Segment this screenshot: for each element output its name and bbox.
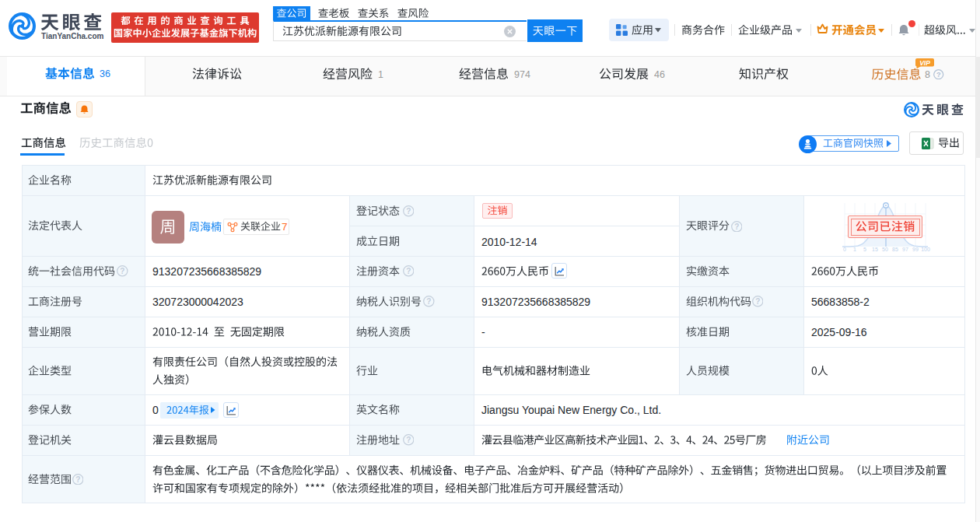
svg-text:?: ? (75, 475, 80, 483)
svg-text:0: 0 (843, 247, 846, 252)
svg-text:?: ? (406, 207, 411, 215)
svg-text:50: 50 (882, 247, 888, 252)
svg-text:97: 97 (902, 247, 908, 252)
svg-text:99: 99 (912, 247, 919, 252)
svg-text:15: 15 (872, 247, 878, 252)
svg-text:5: 5 (863, 247, 866, 252)
svg-text:100: 100 (921, 247, 930, 252)
svg-text:?: ? (734, 222, 739, 230)
svg-text:VIP: VIP (919, 58, 930, 66)
svg-text:?: ? (406, 436, 411, 444)
svg-text:85: 85 (892, 247, 898, 252)
svg-text:?: ? (755, 297, 760, 306)
svg-text:?: ? (426, 297, 431, 306)
svg-text:?: ? (936, 71, 941, 79)
svg-text:?: ? (406, 267, 411, 275)
svg-text:?: ? (120, 267, 124, 275)
svg-text:1: 1 (853, 247, 856, 252)
